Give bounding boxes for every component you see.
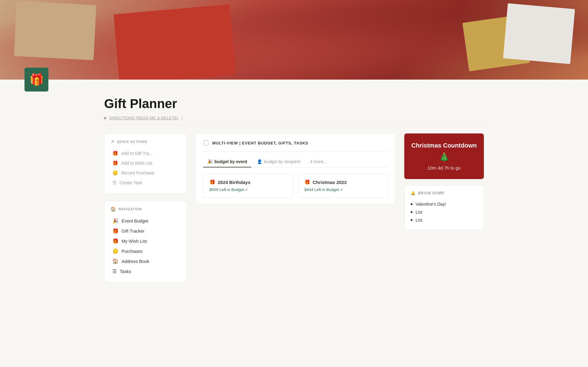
- gift-icon-2: 🎁: [112, 160, 118, 166]
- birthday-gift-icon: 🎁: [209, 179, 215, 185]
- gift-icon-1: 🎁: [112, 151, 118, 156]
- action-record-purchase[interactable]: 🪙 Record Purchase: [111, 168, 180, 178]
- hero-gift-tan: [14, 1, 96, 60]
- directions-label[interactable]: DIRECTIONS (READ ME & DELETE): [109, 116, 179, 120]
- navigation-card: 🏠 NAVIGATION 🎉 Event Budget 🎁 Gift Track…: [104, 201, 187, 282]
- bullet-icon-2: [411, 219, 413, 221]
- multiview-divider: [203, 152, 388, 152]
- nav-gift-tracker-label: Gift Tracker: [122, 229, 145, 234]
- left-panel: ↗ QUICK ACTIONS 🎁 Add to Gift Tra... 🎁 A…: [104, 133, 187, 282]
- right-panel: Christmas Countdown 🎄 10m 4d 7h to go 🔔 …: [404, 133, 484, 230]
- countdown-title: Christmas Countdown: [410, 142, 478, 149]
- directions-bar[interactable]: ▶ DIRECTIONS (READ ME & DELETE) ↓: [104, 115, 484, 125]
- nav-tasks[interactable]: ☰ Tasks: [111, 266, 180, 276]
- tab-budget-by-event[interactable]: 🎉 budget by event: [203, 157, 251, 167]
- nav-header-icon: 🏠: [111, 207, 116, 212]
- nav-tasks-label: Tasks: [120, 269, 131, 274]
- hero-gift-red: [114, 4, 236, 80]
- navigation-label: NAVIGATION: [119, 207, 142, 211]
- tab-recipient-icon: 👤: [257, 159, 262, 164]
- event-budget-icon: 🎉: [112, 218, 119, 224]
- multiview-circle-icon: [203, 140, 209, 146]
- tasks-nav-icon: ☰: [112, 268, 117, 274]
- bullet-icon-1: [411, 211, 413, 213]
- nav-purchases[interactable]: 🪙 Purchases: [111, 246, 180, 256]
- multiview-card: MULTI-VIEW | EVENT BUDGET, GIFTS, TASKS …: [195, 133, 396, 204]
- task-icon: ☰: [112, 180, 116, 185]
- countdown-time: 10m 4d 7h to go: [410, 165, 478, 170]
- brain-dump-item-0[interactable]: Valentine's Day!: [411, 200, 477, 208]
- action-add-wish-list-label: Add to Wish List: [121, 161, 152, 166]
- event-card-christmas-title: 🎁 Christmas 2023: [304, 179, 382, 185]
- tab-more[interactable]: 4 more...: [306, 157, 331, 167]
- brain-dump-item-1[interactable]: List: [411, 208, 477, 216]
- center-panel: MULTI-VIEW | EVENT BUDGET, GIFTS, TASKS …: [195, 133, 396, 204]
- wish-list-icon: 🎁: [112, 238, 119, 244]
- event-card-birthdays-title: 🎁 2024 Birthdays: [209, 179, 287, 185]
- directions-down-icon: ↓: [181, 115, 183, 120]
- christmas-tree-icon: 🎄: [410, 152, 478, 162]
- nav-address-book[interactable]: 🏠 Address Book: [111, 256, 180, 266]
- main-layout: ↗ QUICK ACTIONS 🎁 Add to Gift Tra... 🎁 A…: [104, 133, 484, 282]
- brain-dump-card: 🔔 BRAIN DUMP Valentine's Day! List List: [404, 185, 484, 230]
- nav-gift-tracker[interactable]: 🎁 Gift Tracker: [111, 226, 180, 236]
- events-grid: 🎁 2024 Birthdays $500 Left in Budget ✓ 🎁…: [203, 174, 388, 198]
- brain-dump-item-1-label: List: [416, 210, 422, 215]
- nav-address-book-label: Address Book: [122, 259, 149, 264]
- directions-toggle-icon: ▶: [104, 116, 107, 120]
- page-icon: 🎁: [24, 68, 48, 92]
- navigation-header: 🏠 NAVIGATION: [111, 207, 180, 212]
- page-content: Gift Planner ▶ DIRECTIONS (READ ME & DEL…: [80, 96, 508, 301]
- tab-event-icon: 🎉: [207, 159, 213, 164]
- bullet-icon-0: [411, 203, 413, 205]
- nav-purchases-label: Purchases: [122, 249, 143, 254]
- purchase-icon: 🪙: [112, 170, 118, 176]
- brain-dump-header: 🔔 BRAIN DUMP: [411, 191, 477, 195]
- purchases-icon: 🪙: [112, 248, 119, 254]
- quick-actions-header: ↗ QUICK ACTIONS: [111, 139, 180, 144]
- multiview-title: MULTI-VIEW | EVENT BUDGET, GIFTS, TASKS: [212, 141, 308, 145]
- page-title: Gift Planner: [104, 96, 484, 111]
- tabs-row: 🎉 budget by event 👤 budget by recipient …: [203, 157, 388, 167]
- brain-dump-bell-icon: 🔔: [411, 191, 416, 195]
- nav-event-budget-label: Event Budget: [122, 219, 148, 223]
- quick-actions-icon: ↗: [111, 139, 115, 144]
- action-create-task-label: Create Task: [119, 180, 142, 185]
- action-add-wish-list[interactable]: 🎁 Add to Wish List: [111, 158, 180, 168]
- tab-budget-by-recipient[interactable]: 👤 budget by recipient: [253, 157, 304, 167]
- nav-event-budget[interactable]: 🎉 Event Budget: [111, 216, 180, 226]
- tab-budget-by-recipient-label: budget by recipient: [264, 159, 300, 164]
- nav-my-wish-list-label: My Wish List: [122, 239, 147, 244]
- address-book-icon: 🏠: [112, 258, 119, 264]
- action-add-gift-tracker-label: Add to Gift Tra...: [121, 151, 153, 156]
- action-create-task[interactable]: ☰ Create Task: [111, 178, 180, 188]
- event-birthdays-budget: $500 Left in Budget ✓: [209, 187, 287, 192]
- hero-gift-white: [503, 3, 575, 64]
- christmas-gift-icon: 🎁: [304, 179, 310, 185]
- brain-dump-item-2-label: List: [416, 218, 422, 223]
- tab-budget-by-event-label: budget by event: [214, 159, 247, 164]
- action-add-gift-tracker[interactable]: 🎁 Add to Gift Tra...: [111, 148, 180, 158]
- hero-banner: [0, 0, 588, 80]
- brain-dump-item-0-label: Valentine's Day!: [416, 202, 446, 207]
- multiview-header: MULTI-VIEW | EVENT BUDGET, GIFTS, TASKS: [203, 140, 388, 146]
- event-card-christmas[interactable]: 🎁 Christmas 2023 $444 Left in Budget ✓: [298, 174, 388, 198]
- event-christmas-budget: $444 Left in Budget ✓: [304, 187, 382, 192]
- quick-actions-label: QUICK ACTIONS: [117, 140, 147, 144]
- quick-actions-card: ↗ QUICK ACTIONS 🎁 Add to Gift Tra... 🎁 A…: [104, 133, 187, 193]
- event-card-birthdays[interactable]: 🎁 2024 Birthdays $500 Left in Budget ✓: [203, 174, 293, 198]
- countdown-card: Christmas Countdown 🎄 10m 4d 7h to go: [404, 133, 484, 179]
- action-record-purchase-label: Record Purchase: [121, 170, 154, 175]
- nav-my-wish-list[interactable]: 🎁 My Wish List: [111, 236, 180, 246]
- gift-tracker-icon: 🎁: [112, 228, 119, 234]
- brain-dump-label: BRAIN DUMP: [418, 191, 444, 195]
- brain-dump-item-2[interactable]: List: [411, 216, 477, 224]
